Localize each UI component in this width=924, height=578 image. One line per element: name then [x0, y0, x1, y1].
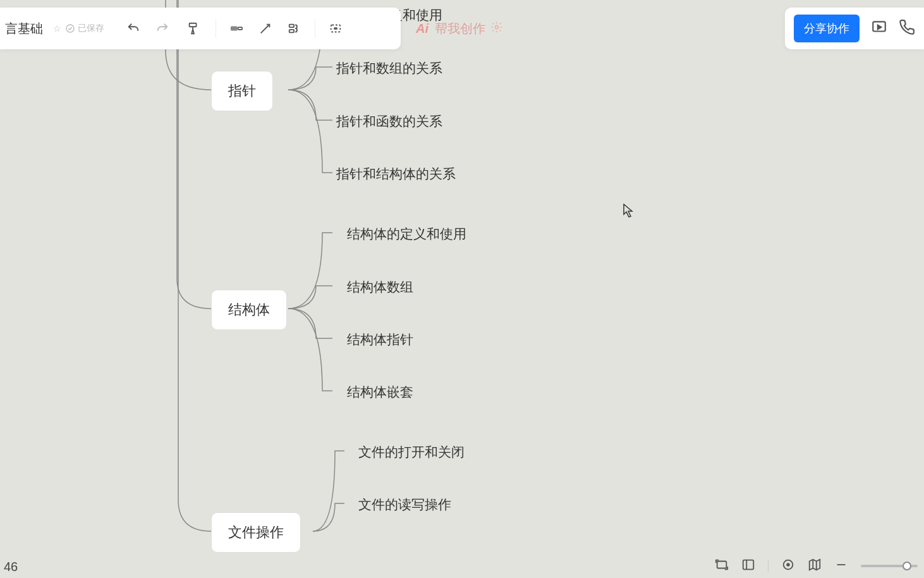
format-brush-button[interactable]: [179, 16, 208, 41]
svg-rect-5: [289, 30, 294, 33]
svg-rect-4: [289, 25, 294, 28]
node-file[interactable]: 文件操作: [211, 512, 301, 553]
ai-text: 帮我创作: [435, 20, 485, 37]
phone-icon[interactable]: [899, 19, 915, 38]
boundary-button[interactable]: [323, 16, 348, 41]
redo-button[interactable]: [150, 16, 175, 41]
zoom-knob[interactable]: [903, 562, 911, 570]
mindmap-canvas[interactable]: 指针 指针的定义和使用 指针和数组的关系 指针和函数的关系 指针和结构体的关系 …: [0, 0, 924, 578]
connector-lines: [0, 0, 924, 578]
zoom-slider[interactable]: [861, 565, 918, 567]
svg-point-0: [66, 25, 74, 32]
saved-status: 已保存: [65, 23, 104, 34]
svg-rect-3: [238, 27, 242, 30]
node-struct[interactable]: 结构体: [211, 290, 287, 330]
svg-point-13: [787, 563, 789, 566]
svg-rect-2: [231, 27, 237, 30]
doc-title[interactable]: 言基础: [5, 20, 43, 37]
svg-point-8: [495, 26, 499, 29]
top-toolbar: 言基础 ☆ 已保存: [0, 8, 401, 49]
undo-button[interactable]: [121, 16, 146, 41]
target-icon[interactable]: [781, 558, 795, 574]
leaf[interactable]: 指针和数组的关系: [336, 59, 442, 77]
svg-rect-1: [190, 23, 197, 27]
gear-icon[interactable]: [490, 21, 503, 37]
relation-line-button[interactable]: [253, 16, 278, 41]
node-style-button[interactable]: [224, 16, 249, 41]
separator: [315, 19, 315, 38]
svg-rect-11: [743, 560, 754, 570]
svg-rect-7: [334, 27, 337, 30]
leaf[interactable]: 指针和结构体的关系: [336, 165, 456, 183]
leaf[interactable]: 结构体的定义和使用: [347, 225, 466, 243]
star-icon[interactable]: ☆: [53, 23, 61, 34]
separator: [768, 560, 769, 572]
node-pointer[interactable]: 指针: [211, 71, 273, 111]
page-number: 46: [4, 560, 18, 574]
leaf[interactable]: 文件的打开和关闭: [358, 443, 465, 461]
bottom-right-controls: [715, 558, 918, 574]
summary-button[interactable]: [282, 16, 307, 41]
present-icon[interactable]: [871, 19, 887, 38]
fit-screen-icon[interactable]: [715, 558, 729, 574]
layout-icon[interactable]: [741, 558, 755, 574]
leaf[interactable]: 文件的读写操作: [358, 496, 451, 513]
svg-rect-10: [717, 562, 727, 569]
separator: [216, 19, 216, 38]
ai-create-link[interactable]: Ai帮我创作: [416, 20, 503, 37]
share-button[interactable]: 分享协作: [794, 15, 860, 42]
leaf[interactable]: 结构体嵌套: [347, 383, 413, 401]
leaf[interactable]: 结构体数组: [347, 278, 413, 296]
saved-label: 已保存: [78, 23, 104, 34]
leaf[interactable]: 指针和函数的关系: [336, 113, 442, 130]
minimap-icon[interactable]: [808, 558, 822, 574]
right-toolbar: 分享协作: [785, 8, 924, 49]
leaf[interactable]: 结构体指针: [347, 331, 413, 348]
zoom-out-icon[interactable]: [834, 558, 848, 574]
ai-logo: Ai: [416, 22, 429, 36]
